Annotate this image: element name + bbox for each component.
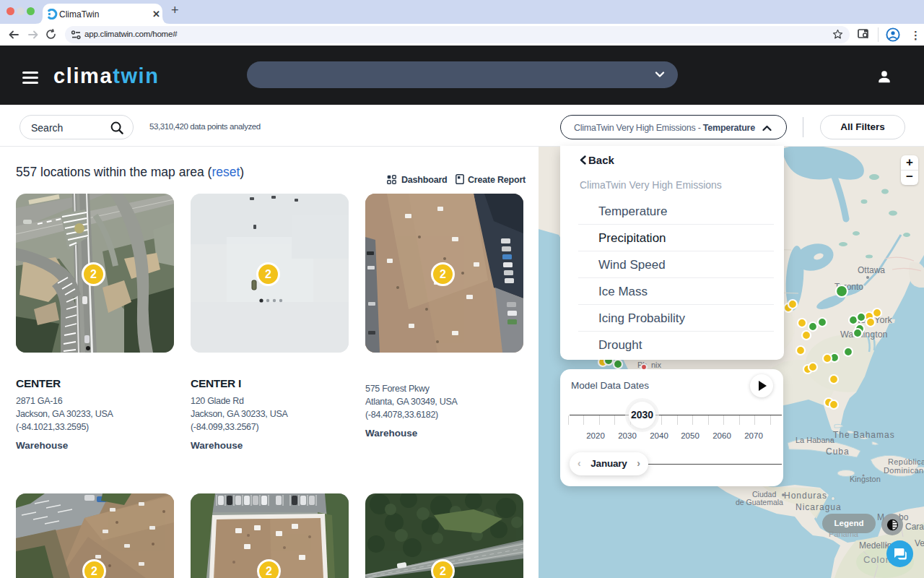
svg-text:Cuba: Cuba bbox=[826, 447, 850, 457]
svg-text:The Bahamas: The Bahamas bbox=[833, 430, 895, 440]
svg-text:de Guatemala: de Guatemala bbox=[736, 498, 783, 506]
svg-text:Nicaragua: Nicaragua bbox=[796, 502, 842, 512]
svg-text:Ottawa: Ottawa bbox=[858, 265, 885, 275]
svg-text:La Habana: La Habana bbox=[796, 436, 835, 444]
svg-text:Kingston: Kingston bbox=[850, 475, 881, 483]
svg-text:Carac: Carac bbox=[905, 522, 924, 532]
svg-text:Ver: Ver bbox=[915, 538, 924, 548]
svg-text:Honduras: Honduras bbox=[784, 491, 827, 501]
svg-text:nix: nix bbox=[651, 361, 662, 369]
svg-text:República: República bbox=[888, 457, 924, 466]
svg-text:Dominicana: Dominicana bbox=[884, 466, 924, 475]
